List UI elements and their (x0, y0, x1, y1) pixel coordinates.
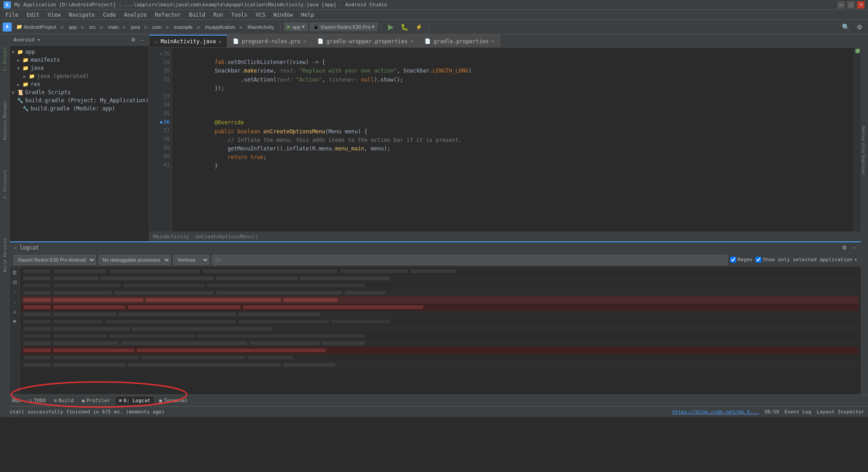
breadcrumb-sep: › (190, 234, 194, 240)
menu-run[interactable]: Run (210, 11, 227, 19)
resource-manager-tab[interactable]: Resource Manager (3, 101, 7, 140)
logcat-level-select[interactable]: Verbose (173, 255, 209, 265)
sync-button[interactable]: ⚙ (129, 37, 137, 43)
logcat-scroll-up-button[interactable]: ↑ (11, 288, 19, 296)
tree-item-app[interactable]: ▼ 📁 app (10, 48, 149, 56)
project-panel: Android ▾ ⚙ − ▼ 📁 app ▶ 📁 manifests ▼ 📁 … (10, 34, 149, 241)
status-bar-right: https://blog.csdn.net/qq_4... 38:59 Even… (672, 409, 864, 415)
logcat-device-select[interactable]: Xiaomi Redmi K30 Pro Android (14, 255, 96, 265)
menu-analyze[interactable]: Analyze (120, 11, 150, 19)
breadcrumb-method[interactable]: onCreateOptionsMenu() (195, 234, 258, 240)
tree-item-build-gradle-app[interactable]: 🔧 build.gradle (Module: app) (10, 104, 149, 113)
logcat-show-only-checkbox[interactable] (755, 257, 761, 263)
tab-profiler[interactable]: ◉ Profiler (78, 396, 114, 405)
logcat-minimize-button[interactable]: − (850, 245, 857, 251)
properties-file-icon: 📄 (317, 38, 324, 44)
event-log-button[interactable]: Event Log (784, 409, 811, 415)
project-panel-tab[interactable]: 1: Project (3, 47, 7, 71)
tab-close-mainactivity[interactable]: ✕ (218, 39, 222, 45)
logcat-bookmark-button[interactable]: ⚑ (11, 318, 19, 326)
logcat-regex-checkbox[interactable] (730, 257, 736, 263)
settings-button[interactable]: ⚙ (854, 23, 865, 32)
menu-vcs[interactable]: VCS (252, 11, 269, 19)
tab-close-gradle-wrapper[interactable]: ✕ (410, 38, 413, 44)
logcat-clear-button[interactable]: 🗑 (11, 268, 19, 277)
code-editor: ⊕26 29 30 31 33 34 35 ●36 37 38 39 40 41… (149, 48, 861, 231)
logcat-regex-label: Regex (730, 257, 753, 263)
menu-refactor[interactable]: Refactor (151, 11, 185, 19)
search-everywhere-button[interactable]: 🔍 (839, 23, 852, 32)
device-selector[interactable]: 📱 Xiaomi Redmi K30 Pro ▾ (310, 23, 378, 31)
pro-file-icon: 📄 (233, 38, 239, 44)
status-message: Install successfully finished in 675 ms.… (4, 409, 165, 415)
tab-mainactivity[interactable]: ☕ MainActivity.java ✕ (149, 35, 227, 47)
toolbar-src[interactable]: src (86, 23, 99, 31)
run-button[interactable]: ▶ (385, 22, 396, 32)
logcat-show-only-label: Show only selected application ▾ (755, 257, 857, 263)
structure-tab[interactable]: 2: Structure (3, 170, 7, 199)
app-config-icon: ▶ (287, 24, 291, 30)
tab-logcat[interactable]: ≡ 6: Logcat (115, 396, 154, 405)
right-strip: Device File Explorer (861, 34, 868, 417)
menu-window[interactable]: Window (270, 11, 296, 19)
code-lines[interactable]: fab.setOnClickListener((view) -> { Snack… (172, 48, 854, 231)
menu-navigate[interactable]: Navigate (65, 11, 99, 19)
logcat-log-area[interactable] (20, 267, 861, 404)
logcat-settings-button[interactable]: ⚙ (840, 245, 849, 251)
tab-close-proguard[interactable]: ✕ (303, 38, 306, 44)
breadcrumb-mainactivity[interactable]: MainActivity (153, 234, 189, 240)
toolbar-project[interactable]: 📁 AndroidProject (14, 23, 59, 31)
logcat-filter-button[interactable]: ≡ (11, 308, 19, 316)
toolbar-example[interactable]: example (171, 23, 195, 31)
tree-item-res[interactable]: ▶ 📁 res (10, 80, 149, 88)
tree-item-java[interactable]: ▼ 📁 java (10, 64, 149, 72)
menu-view[interactable]: View (44, 11, 64, 19)
run-config-dropdown[interactable]: ▶ app ▾ (284, 23, 307, 31)
attach-debugger-button[interactable]: ⚡ (413, 23, 425, 31)
logcat-search-input[interactable] (212, 255, 728, 265)
menu-tools[interactable]: Tools (228, 11, 251, 19)
tab-proguard[interactable]: 📄 proguard-rules.pro ✕ (227, 35, 312, 47)
tree-item-java-generated[interactable]: ▶ 📁 java (generated) (10, 72, 149, 80)
tab-gradle-properties[interactable]: 📄 gradle.properties ✕ (419, 35, 500, 47)
tab-terminal[interactable]: ▣ Terminal (155, 396, 191, 405)
cog-button[interactable]: − (139, 37, 145, 43)
tree-item-build-gradle-project[interactable]: 🔧 build.gradle (Project: My_Application) (10, 96, 149, 104)
logcat-process-select[interactable]: No debuggable processes (99, 255, 171, 265)
tree-item-gradle-scripts[interactable]: ▼ 📜 Gradle Scripts (10, 88, 149, 96)
toolbar-java[interactable]: java (128, 23, 143, 31)
logcat-show-only-dropdown[interactable]: ▾ (854, 257, 857, 263)
tab-build[interactable]: ≡ Build (50, 396, 77, 405)
menu-file[interactable]: File (2, 11, 22, 19)
close-button[interactable]: ✕ (857, 1, 864, 9)
tab-gradle-wrapper[interactable]: 📄 gradle-wrapper.properties ✕ (312, 35, 419, 47)
logcat-scroll-top-button[interactable]: ⊞ (11, 278, 19, 286)
menu-build[interactable]: Build (185, 11, 209, 19)
app-icon: A (4, 1, 11, 9)
layout-inspector-button[interactable]: Layout Inspector (817, 409, 864, 415)
toolbar-mainactivity[interactable]: MainActivity (245, 23, 277, 31)
toolbar-app[interactable]: app (66, 23, 79, 31)
toolbar-myapp[interactable]: myapplication (202, 23, 238, 31)
toolbar-com[interactable]: com (149, 23, 164, 31)
build-variants-side-tab[interactable]: Build Variants (3, 238, 7, 272)
logcat-tab-icon: ≡ (119, 398, 122, 404)
minimize-button[interactable]: ─ (837, 1, 845, 9)
tab-todo[interactable]: ☑ TODO (26, 396, 50, 405)
menu-code[interactable]: Code (99, 11, 120, 19)
debug-button[interactable]: 🐛 (398, 23, 411, 32)
menu-edit[interactable]: Edit (23, 11, 43, 19)
error-stripe[interactable]: ✓ (854, 48, 861, 231)
toolbar-main[interactable]: main (105, 23, 122, 31)
todo-icon: ☑ (29, 398, 32, 404)
toolbar-sep-2 (381, 23, 382, 32)
logcat-drag-icon: ≡ (14, 245, 17, 251)
device-file-explorer-tab[interactable]: Device File Explorer (861, 124, 866, 177)
maximize-button[interactable]: □ (847, 1, 854, 9)
menu-help[interactable]: Help (298, 11, 318, 19)
tab-close-gradle-props[interactable]: ✕ (492, 38, 495, 44)
status-position: 38:59 (764, 409, 779, 415)
logcat-scroll-down-button[interactable]: ↓ (11, 298, 19, 306)
tree-item-manifests[interactable]: ▶ 📁 manifests (10, 56, 149, 64)
logcat-label: logcat (19, 245, 39, 251)
